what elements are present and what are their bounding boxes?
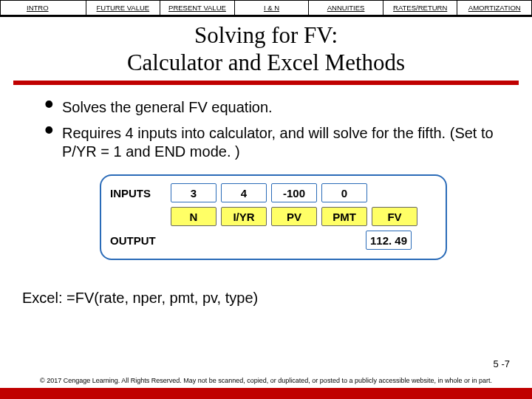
var-iyr: I/YR <box>221 207 267 226</box>
var-n: N <box>171 207 216 226</box>
bullet-2-text: Requires 4 inputs into calculator, and w… <box>62 124 502 161</box>
input-pv-value: -100 <box>271 183 317 202</box>
tab-i-and-n[interactable]: I & N <box>234 0 309 15</box>
tab-amortization[interactable]: AMORTIZATION <box>457 0 532 15</box>
tab-intro[interactable]: INTRO <box>0 0 75 15</box>
input-iyr-value: 4 <box>221 183 267 202</box>
inputs-label: INPUTS <box>110 187 171 200</box>
input-pmt-value: 0 <box>321 183 367 202</box>
tab-present-value[interactable]: PRESENT VALUE <box>160 0 234 15</box>
page-number: 5 -7 <box>494 358 510 369</box>
nav-tabs: INTRO FUTURE VALUE PRESENT VALUE I & N A… <box>0 0 532 17</box>
copyright-text: © 2017 Cengage Learning. All Rights Rese… <box>0 377 532 384</box>
calculator-box: INPUTS 3 4 -100 0 N I/YR PV PMT <box>100 174 447 260</box>
bullet-2: • Requires 4 inputs into calculator, and… <box>44 124 502 161</box>
output-fv-value: 112. 49 <box>366 231 412 250</box>
output-label: OUTPUT <box>110 234 171 247</box>
var-fv: FV <box>372 207 417 226</box>
var-pmt: PMT <box>321 207 367 226</box>
var-pv: PV <box>271 207 317 226</box>
bullet-1: • Solves the general FV equation. <box>44 98 502 117</box>
tab-future-value[interactable]: FUTURE VALUE <box>86 0 160 15</box>
slide-title: Solving for FV: Calculator and Excel Met… <box>30 21 502 76</box>
bottom-red-bar <box>0 388 532 399</box>
title-line-2: Calculator and Excel Methods <box>127 50 405 75</box>
excel-formula: Excel: =FV(rate, nper, pmt, pv, type) <box>22 290 510 307</box>
content-area: • Solves the general FV equation. • Requ… <box>0 85 532 260</box>
tab-annuities[interactable]: ANNUITIES <box>308 0 383 15</box>
tab-rates-return[interactable]: RATES/RETURN <box>383 0 457 15</box>
title-line-1: Solving for FV: <box>194 22 338 48</box>
input-n-value: 3 <box>171 183 216 202</box>
bullet-dot: • <box>44 124 62 161</box>
bullet-1-text: Solves the general FV equation. <box>62 98 273 117</box>
